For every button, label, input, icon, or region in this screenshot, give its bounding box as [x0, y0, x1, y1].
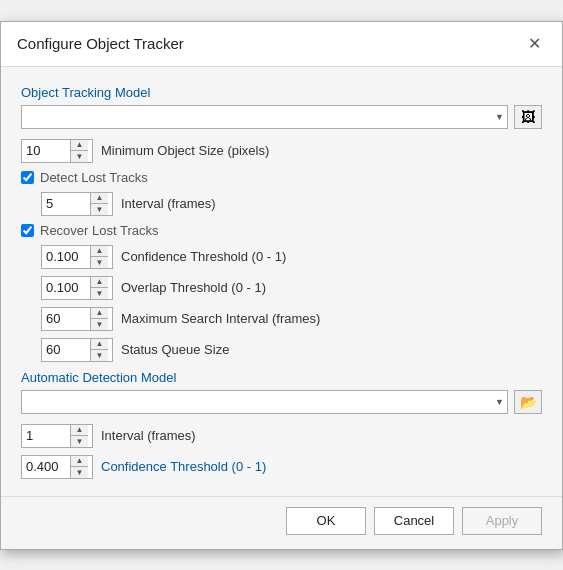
- confidence-threshold2-row: 0.400 ▲ ▼ Confidence Threshold (0 - 1): [21, 455, 542, 479]
- interval2-frames-spin-down[interactable]: ▼: [71, 436, 88, 447]
- cancel-button[interactable]: Cancel: [374, 507, 454, 535]
- tracking-model-browse-icon: 🖼: [521, 109, 535, 125]
- interval2-frames-label: Interval (frames): [101, 428, 196, 443]
- confidence-threshold-row: 0.100 ▲ ▼ Confidence Threshold (0 - 1): [21, 245, 542, 269]
- overlap-threshold-spin-down[interactable]: ▼: [91, 288, 108, 299]
- recover-lost-tracks-row: Recover Lost Tracks: [21, 223, 542, 238]
- overlap-threshold-spin-up[interactable]: ▲: [91, 277, 108, 289]
- status-queue-arrows: ▲ ▼: [90, 339, 108, 361]
- detect-lost-tracks-checkbox[interactable]: [21, 171, 34, 184]
- detection-model-browse-icon: 📂: [520, 394, 537, 410]
- status-queue-row: 60 ▲ ▼ Status Queue Size: [21, 338, 542, 362]
- overlap-threshold-label: Overlap Threshold (0 - 1): [121, 280, 266, 295]
- min-object-size-spin-up[interactable]: ▲: [71, 140, 88, 152]
- max-search-interval-row: 60 ▲ ▼ Maximum Search Interval (frames): [21, 307, 542, 331]
- confidence-threshold-spinbox: 0.100 ▲ ▼: [41, 245, 113, 269]
- min-object-size-row: 10 ▲ ▼ Minimum Object Size (pixels): [21, 139, 542, 163]
- interval-frames-arrows: ▲ ▼: [90, 193, 108, 215]
- status-queue-spin-up[interactable]: ▲: [91, 339, 108, 351]
- min-object-size-input[interactable]: 10: [22, 140, 70, 162]
- detect-lost-tracks-row: Detect Lost Tracks: [21, 170, 542, 185]
- confidence-threshold2-arrows: ▲ ▼: [70, 456, 88, 478]
- overlap-threshold-arrows: ▲ ▼: [90, 277, 108, 299]
- status-queue-input[interactable]: 60: [42, 339, 90, 361]
- overlap-threshold-spinbox: 0.100 ▲ ▼: [41, 276, 113, 300]
- apply-button[interactable]: Apply: [462, 507, 542, 535]
- min-object-size-spinbox: 10 ▲ ▼: [21, 139, 93, 163]
- confidence-threshold-label: Confidence Threshold (0 - 1): [121, 249, 286, 264]
- interval-frames-label: Interval (frames): [121, 196, 216, 211]
- close-button[interactable]: ✕: [522, 32, 546, 56]
- detection-model-browse-button[interactable]: 📂: [514, 390, 542, 414]
- detection-model-select[interactable]: [21, 390, 508, 414]
- overlap-threshold-input[interactable]: 0.100: [42, 277, 90, 299]
- configure-object-tracker-dialog: Configure Object Tracker ✕ Object Tracki…: [0, 21, 563, 550]
- max-search-interval-spinbox: 60 ▲ ▼: [41, 307, 113, 331]
- confidence-threshold2-spin-down[interactable]: ▼: [71, 467, 88, 478]
- interval-frames-input[interactable]: 5: [42, 193, 90, 215]
- max-search-interval-label: Maximum Search Interval (frames): [121, 311, 320, 326]
- tracking-model-dropdown-wrapper: ▼: [21, 105, 508, 129]
- confidence-threshold-spin-down[interactable]: ▼: [91, 257, 108, 268]
- ok-button[interactable]: OK: [286, 507, 366, 535]
- min-object-size-spin-down[interactable]: ▼: [71, 151, 88, 162]
- dialog-title: Configure Object Tracker: [17, 35, 184, 52]
- interval-frames-row: 5 ▲ ▼ Interval (frames): [21, 192, 542, 216]
- interval2-frames-input[interactable]: 1: [22, 425, 70, 447]
- interval2-frames-arrows: ▲ ▼: [70, 425, 88, 447]
- title-bar: Configure Object Tracker ✕: [1, 22, 562, 67]
- max-search-interval-input[interactable]: 60: [42, 308, 90, 330]
- interval-frames-spinbox: 5 ▲ ▼: [41, 192, 113, 216]
- tracking-model-browse-button[interactable]: 🖼: [514, 105, 542, 129]
- interval-frames-spin-up[interactable]: ▲: [91, 193, 108, 205]
- tracking-model-section-label: Object Tracking Model: [21, 85, 542, 100]
- interval-frames-spin-down[interactable]: ▼: [91, 204, 108, 215]
- interval2-frames-spin-up[interactable]: ▲: [71, 425, 88, 437]
- status-queue-spinbox: 60 ▲ ▼: [41, 338, 113, 362]
- confidence-threshold-arrows: ▲ ▼: [90, 246, 108, 268]
- dialog-footer: OK Cancel Apply: [1, 496, 562, 549]
- confidence-threshold-input[interactable]: 0.100: [42, 246, 90, 268]
- recover-lost-tracks-label: Recover Lost Tracks: [40, 223, 159, 238]
- detection-model-row: ▼ 📂: [21, 390, 542, 414]
- tracking-model-row: ▼ 🖼: [21, 105, 542, 129]
- interval2-frames-row: 1 ▲ ▼ Interval (frames): [21, 424, 542, 448]
- detection-model-dropdown-wrapper: ▼: [21, 390, 508, 414]
- confidence-threshold2-input[interactable]: 0.400: [22, 456, 70, 478]
- confidence-threshold2-spin-up[interactable]: ▲: [71, 456, 88, 468]
- confidence-threshold2-spinbox: 0.400 ▲ ▼: [21, 455, 93, 479]
- overlap-threshold-row: 0.100 ▲ ▼ Overlap Threshold (0 - 1): [21, 276, 542, 300]
- recover-lost-tracks-checkbox[interactable]: [21, 224, 34, 237]
- tracking-model-select[interactable]: [21, 105, 508, 129]
- min-object-size-label: Minimum Object Size (pixels): [101, 143, 269, 158]
- max-search-interval-spin-up[interactable]: ▲: [91, 308, 108, 320]
- max-search-interval-spin-down[interactable]: ▼: [91, 319, 108, 330]
- confidence-threshold2-label: Confidence Threshold (0 - 1): [101, 459, 266, 474]
- detect-lost-tracks-label: Detect Lost Tracks: [40, 170, 148, 185]
- max-search-interval-arrows: ▲ ▼: [90, 308, 108, 330]
- detection-model-section-label: Automatic Detection Model: [21, 370, 542, 385]
- status-queue-label: Status Queue Size: [121, 342, 229, 357]
- confidence-threshold-spin-up[interactable]: ▲: [91, 246, 108, 258]
- min-object-size-arrows: ▲ ▼: [70, 140, 88, 162]
- status-queue-spin-down[interactable]: ▼: [91, 350, 108, 361]
- dialog-body: Object Tracking Model ▼ 🖼 10 ▲ ▼ Minimu: [1, 67, 562, 496]
- interval2-frames-spinbox: 1 ▲ ▼: [21, 424, 93, 448]
